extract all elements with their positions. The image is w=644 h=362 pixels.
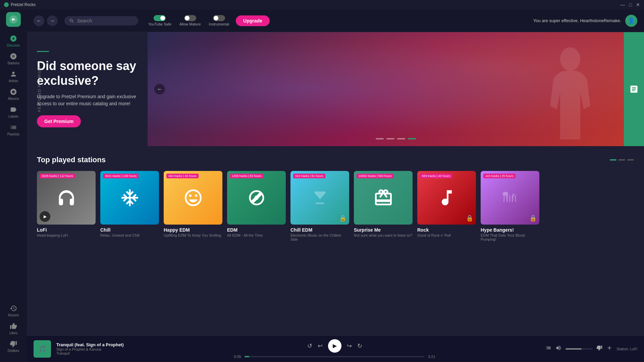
search-bar [64, 16, 138, 25]
queue-button[interactable] [545, 345, 551, 353]
station-thumb-edm: 1258 tracks | 83 hours [227, 171, 286, 225]
smiley-icon [183, 188, 203, 208]
station-card-edm[interactable]: 1258 tracks | 83 hours EDM All EDM - All… [227, 171, 286, 241]
window-controls: — □ ✕ [621, 2, 640, 7]
sidebar-label-albums: Albums [8, 97, 19, 101]
allow-mature-toggle[interactable]: Allow Mature [179, 15, 201, 26]
player-right: Station: LoFi [545, 345, 637, 353]
instrumental-switch[interactable] [213, 15, 225, 21]
station-thumb-rock: 659 tracks | 40 hours 🔒 [417, 171, 476, 225]
station-desc-hype: EDM That Gets Your Blood Pumping! [481, 233, 539, 241]
sidebar-item-stations[interactable]: Stations [0, 50, 27, 68]
next-button[interactable]: ↪ [347, 342, 352, 350]
youtube-safe-switch[interactable] [154, 15, 166, 21]
forward-button[interactable]: → [47, 15, 58, 26]
instrumental-toggle[interactable]: Instrumental [209, 15, 229, 26]
hero-dot-3[interactable] [397, 138, 405, 139]
music-note-icon [437, 188, 457, 208]
hero-dot-4[interactable] [408, 138, 416, 139]
section-header: Top played stations [37, 156, 634, 164]
back-button[interactable]: ← [34, 15, 44, 26]
sidebar-label-dislikes: Dislikes [8, 349, 19, 353]
sidebar-item-albums[interactable]: Albums [0, 85, 27, 103]
search-icon [69, 18, 74, 23]
youtube-safe-toggle[interactable]: YouTube Safe [148, 15, 171, 26]
close-button[interactable]: ✕ [636, 2, 640, 7]
panel-icon [629, 84, 639, 94]
station-card-lofi[interactable]: 2628 tracks | 112 hours ▶ LoFi Head bopp… [37, 171, 96, 241]
station-badge-rock: 659 tracks | 40 hours [420, 174, 452, 178]
content-area: Featured Premium Did someone say exclusi… [27, 32, 644, 335]
progress-fill [245, 356, 249, 357]
prev-button[interactable]: ↩ [318, 342, 323, 350]
station-thumb-lofi: 2628 tracks | 112 hours ▶ [37, 171, 96, 225]
search-input[interactable] [77, 18, 127, 23]
station-badge-lofi: 2628 tracks | 112 hours [40, 174, 75, 178]
topbar-right: You are super effective, HearthstoneRema… [533, 15, 637, 27]
volume-icon-button[interactable] [555, 345, 561, 353]
player-controls: ↺ ↩ ▶ ↪ ↻ 0:05 3:21 [129, 339, 540, 359]
station-badge-chill: 3021 tracks | 139 hours [103, 174, 139, 178]
minimize-button[interactable]: — [621, 2, 625, 7]
hero-dot-2[interactable] [386, 138, 394, 139]
stations-grid: 2628 tracks | 112 hours ▶ LoFi Head bopp… [37, 171, 634, 241]
repeat-button[interactable]: ↻ [357, 342, 362, 350]
station-card-happy-edm[interactable]: 463 tracks | 26 hours Happy EDM Upliftin… [164, 171, 222, 241]
sidebar-item-dislikes[interactable]: Dislikes [0, 338, 27, 355]
thumbs-down-button[interactable] [596, 345, 602, 353]
station-thumb-surprise: 10002 tracks | 569 hours [354, 171, 413, 225]
sidebar-item-discover[interactable]: Discover [0, 32, 27, 50]
hero-description: Upgrade to Pretzel Premium and gain excl… [37, 93, 138, 107]
station-badge-happy-edm: 463 tracks | 26 hours [166, 174, 199, 178]
station-card-rock[interactable]: 659 tracks | 40 hours 🔒 Rock Good ol Roc… [417, 171, 476, 241]
station-card-chill-edm[interactable]: 910 tracks | 81 hours 🔒 Chill EDM Electr… [290, 171, 349, 241]
sidebar-label-stations: Stations [7, 61, 19, 65]
hero-figure [537, 39, 604, 139]
station-thumb-happy-edm: 463 tracks | 26 hours [164, 171, 222, 225]
add-to-playlist-button[interactable] [606, 345, 612, 353]
upgrade-button[interactable]: Upgrade [236, 15, 270, 26]
station-card-chill[interactable]: 3021 tracks | 139 hours Chill Relax, Unw… [100, 171, 159, 241]
dj-icon [247, 188, 267, 208]
allow-mature-switch[interactable] [184, 15, 196, 21]
sidebar-item-artists[interactable]: Artists [0, 68, 27, 85]
right-panel-icon[interactable] [624, 32, 644, 146]
volume-slider[interactable] [566, 348, 592, 350]
station-name-happy-edm: Happy EDM [164, 227, 222, 233]
sidebar-item-likes[interactable]: Likes [0, 320, 27, 338]
player-bar: 🎵 Tranquil (feat. Sign of a Prophet) Sig… [27, 335, 644, 362]
user-avatar[interactable]: 👤 [625, 15, 637, 27]
sidebar-label-recent: Recent [8, 313, 19, 317]
player-artist: Sign of a Prophet & Karuna [56, 347, 124, 351]
station-card-hype[interactable]: 415 tracks | 25 hours 🔒 Hype Bangers! ED… [481, 171, 539, 241]
headphones-icon [56, 188, 76, 208]
hero-left: Featured Premium Did someone say exclusi… [27, 32, 148, 146]
hero-dot-1[interactable] [376, 138, 384, 139]
section-title: Top played stations [37, 156, 106, 164]
station-desc-chill: Relax, Unwind and Chill [100, 233, 159, 237]
player-info: Tranquil (feat. Sign of a Prophet) Sign … [56, 342, 124, 355]
sidebar-logo[interactable] [6, 12, 21, 27]
rewind-button[interactable]: ↺ [307, 342, 312, 350]
sidebar-label-discover: Discover [7, 44, 20, 47]
titlebar: Pretzel Rocks — □ ✕ [0, 0, 644, 9]
progress-track[interactable] [245, 356, 425, 357]
play-pause-button[interactable]: ▶ [328, 339, 341, 353]
section-dot-3[interactable] [627, 159, 634, 161]
hero-prev-button[interactable]: ← [154, 84, 165, 95]
section-dot-1[interactable] [610, 159, 616, 161]
section-dot-2[interactable] [619, 159, 625, 161]
station-thumb-hype: 415 tracks | 25 hours 🔒 [481, 171, 539, 225]
sidebar-item-labels[interactable]: Labels [0, 103, 27, 121]
get-premium-button[interactable]: Get Premium [37, 115, 81, 127]
sidebar-item-recent[interactable]: Recent [0, 302, 27, 320]
maximize-button[interactable]: □ [629, 2, 632, 7]
station-card-surprise[interactable]: 10002 tracks | 569 hours Surprise Me Not… [354, 171, 413, 241]
station-play-lofi[interactable]: ▶ [40, 211, 50, 222]
control-buttons: ↺ ↩ ▶ ↪ ↻ [307, 339, 362, 353]
sidebar-label-likes: Likes [9, 331, 17, 335]
section-nav-dots [610, 159, 634, 161]
app-icon [4, 2, 9, 7]
sidebar-item-playlists[interactable]: Playlists [0, 121, 27, 139]
station-badge-surprise: 10002 tracks | 569 hours [357, 174, 394, 178]
